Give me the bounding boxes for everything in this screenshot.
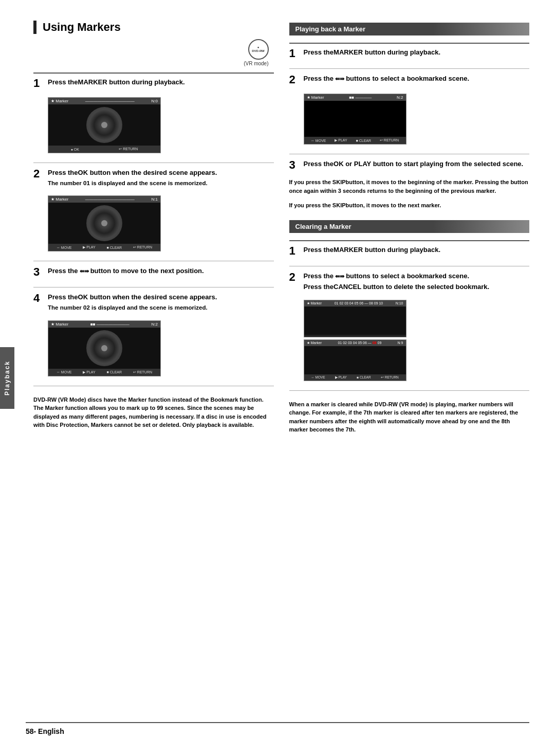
pb-info-2: If you press the SKIPbutton, it moves to… <box>289 201 530 210</box>
step-4-note: The number 02 is displayed and the scene… <box>48 303 274 312</box>
cl-screen-a: ★ Marker 01 02 03 04 05 06 — 08 09 10 N:… <box>304 300 406 337</box>
step-1-pre: Press the <box>48 78 78 86</box>
pb-step-1-content: Press theMARKER button during playback. <box>304 48 530 57</box>
pb-step-2-arrows: ⇚⇛ <box>334 76 346 82</box>
step-1-title: Press theMARKER button during playback. <box>48 78 274 87</box>
right-divider-6 <box>289 390 530 391</box>
cl-step-number-1: 1 <box>289 245 301 257</box>
dvdrw-icon: ●DVD-RW <box>248 39 269 60</box>
cl-step-2-content: Press the ⇚⇛ buttons to select a bookmar… <box>304 272 530 292</box>
cl-step-number-2: 2 <box>289 272 301 283</box>
screen-bottom-bar-1: ● OK ↩ RETURN <box>48 146 160 153</box>
btn-move: ↔ MOVE <box>57 246 72 249</box>
divider-1 <box>33 73 274 74</box>
screen-n-count-3: N:2 <box>152 322 158 327</box>
screen-marker-label: ★ Marker <box>51 99 68 103</box>
step-number-3: 3 <box>33 266 45 278</box>
btn-play: ▶ PLAY <box>83 245 95 249</box>
left-step-4: 4 Press theOK button when the desired sc… <box>33 293 274 312</box>
cl-step-2-extra: Press theCANCEL button to delete the sel… <box>304 282 530 292</box>
cl-screen-b-bottom: ↔ MOVE ▶ PLAY ■ CLEAR ↩ RETURN <box>304 374 406 381</box>
pb-screen-body <box>304 101 406 137</box>
pb-step-number-1: 1 <box>289 48 301 59</box>
pb-step-2-content: Press the ⇚⇛ buttons to select a bookmar… <box>304 74 530 83</box>
cl-screen-b: ★ Marker 01 02 03 04 05 06 — 08 09 N:9 ↔… <box>304 339 406 381</box>
pb-step-3-post: or PLAY button to start playing from the… <box>344 160 524 168</box>
step-2-title: Press theOK button when the desired scen… <box>48 168 274 177</box>
step-3-title: Press the ⇚⇛ button to move to the next … <box>48 266 274 276</box>
step-4-pre: Press the <box>48 293 78 301</box>
btn-ok: ● OK <box>71 148 79 151</box>
disc-inner-2 <box>101 220 107 226</box>
step-3-post: button to move to the next position. <box>90 267 204 275</box>
screen-bottom-bar-2: ↔ MOVE ▶ PLAY ■ CLEAR ↩ RETURN <box>48 244 160 251</box>
pb-screen-icons: ■■ ———— <box>349 95 372 100</box>
pb-step-3: 3 Press theOK or PLAY button to start pl… <box>289 159 530 171</box>
step-4-title: Press theOK button when the desired scen… <box>48 293 274 302</box>
step-number-1: 1 <box>33 78 45 89</box>
step-1-bold: MARKER <box>78 78 107 86</box>
step-3-content: Press the ⇚⇛ button to move to the next … <box>48 266 274 276</box>
dvdrw-icon-area: ●DVD-RW (VR mode) <box>33 39 269 66</box>
btn-return2: ↩ RETURN <box>133 245 152 249</box>
footer: 58- English <box>26 722 529 735</box>
btn-return: ↩ RETURN <box>119 147 138 151</box>
screen-progress-3: ■■ ———————— <box>90 322 130 327</box>
screen-n-count: N:0 <box>152 99 158 103</box>
cl-step-2-arrows: ⇚⇛ <box>334 273 346 279</box>
disc-inner-1 <box>101 122 107 128</box>
footer-text: 58- English <box>26 727 64 735</box>
cl-step-1: 1 Press theMARKER button during playback… <box>289 245 530 257</box>
sidebar-label: Playback <box>4 361 11 395</box>
btn-clear: ■ CLEAR <box>107 246 122 249</box>
step-number-2: 2 <box>33 168 45 179</box>
left-column: Using Markers ●DVD-RW (VR mode) 1 Press … <box>33 21 274 712</box>
pb-screen-top: ★ Marker ■■ ———— N:2 <box>304 94 406 101</box>
cl-step-1-post: button during playback. <box>363 246 440 254</box>
cl-extra-bold: CANCEL <box>334 283 361 291</box>
screen-top-bar-3: ★ Marker ■■ ———————— N:2 <box>48 321 160 328</box>
disc-inner-3 <box>101 345 107 351</box>
btn-clear3: ■ CLEAR <box>107 370 122 374</box>
step-4-bold: OK <box>78 293 88 301</box>
pb-screen-label: ★ Marker <box>307 95 324 100</box>
page-title: Using Markers <box>43 21 121 34</box>
screen-mockup-2: ★ Marker ———————————— N:1 ↔ MOVE ▶ PLAY … <box>48 195 161 251</box>
cl-screen-b-top: ★ Marker 01 02 03 04 05 06 — 08 09 N:9 <box>304 340 406 346</box>
step-2-pre: Press the <box>48 169 78 176</box>
right-divider-4 <box>289 240 530 241</box>
pb-step-1-title: Press theMARKER button during playback. <box>304 48 530 57</box>
screen-mockup-3: ★ Marker ■■ ———————— N:2 ↔ MOVE ▶ PLAY ■… <box>48 320 161 376</box>
screen-top-bar-2: ★ Marker ———————————— N:1 <box>48 196 160 203</box>
pb-step-2: 2 Press the ⇚⇛ buttons to select a bookm… <box>289 74 530 85</box>
pb-step-number-2: 2 <box>289 74 301 85</box>
pb-screen-count: N:2 <box>397 95 403 100</box>
screen-body-2 <box>48 203 160 244</box>
cl-step-1-title: Press theMARKER button during playback. <box>304 245 530 255</box>
screen-body-3 <box>48 328 160 369</box>
left-step-2: 2 Press theOK button when the desired sc… <box>33 168 274 187</box>
pb-step-3-title: Press theOK or PLAY button to start play… <box>304 159 530 169</box>
dvdrw-mode-label: (VR mode) <box>244 61 268 66</box>
pb-btn-clear: ■ CLEAR <box>356 139 372 142</box>
section-title: Using Markers <box>33 21 274 34</box>
right-divider-5 <box>289 266 530 266</box>
step-2-bold: OK <box>78 169 88 176</box>
playing-back-header: Playing back a Marker <box>289 23 530 35</box>
screen-body-1 <box>48 104 160 146</box>
pb-step-1: 1 Press theMARKER button during playback… <box>289 48 530 59</box>
screen-mockup-1: ★ Marker ———————————— N:0 ● OK ↩ RETURN <box>48 97 161 153</box>
pb-step-1-pre: Press the <box>304 48 334 56</box>
cl-screen-a-top: ★ Marker 01 02 03 04 05 06 — 08 09 10 N:… <box>304 300 406 307</box>
cl-step-1-content: Press theMARKER button during playback. <box>304 245 530 255</box>
screen-marker-label-2: ★ Marker <box>51 197 68 202</box>
screen-marker-label-3: ★ Marker <box>51 322 68 327</box>
step-2-post: button when the desired scene appears. <box>88 169 217 176</box>
screen-top-bar-1: ★ Marker ———————————— N:0 <box>48 98 160 104</box>
pb-step-3-pre: Press the <box>304 160 334 168</box>
cl-step-1-bold: MARKER <box>334 246 363 254</box>
clearing-header: Clearing a Marker <box>289 220 530 233</box>
cl-step-2-post: buttons to select a bookmarked scene. <box>346 272 469 280</box>
pb-step-2-pre: Press the <box>304 75 334 82</box>
pb-btn-move: ↔ MOVE <box>311 139 326 142</box>
